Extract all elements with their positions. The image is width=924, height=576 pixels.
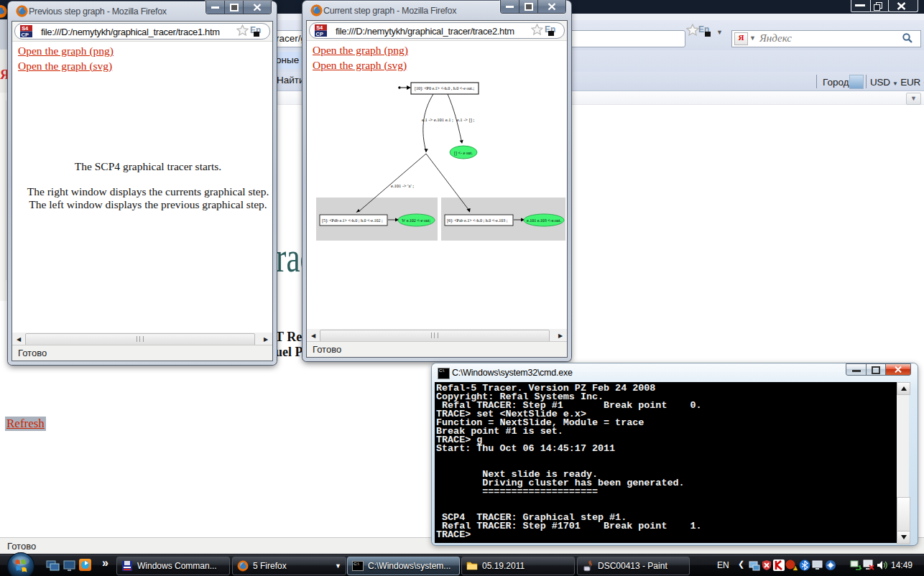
svg-text:[] <- e out.: [] <- e out. [454,151,473,156]
svg-text:CP: CP [22,32,29,37]
svg-text:e.101 -> 'a' ;: e.101 -> 'a' ; [391,183,414,188]
svg-text:CP: CP [316,31,323,37]
svg-text:[10]: <P0 e.1> <-h.0 , h.0 <-e: [10]: <P0 e.1> <-h.0 , h.0 <-e out.; [415,86,475,91]
svg-text:e.1 -> e.101 e.1 ; e.1 -> []: e.1 -> e.101 e.1 ; e.1 -> [] ; [422,117,475,123]
svg-text:[5]: <Pdb e.1> <-h.0 ; h.0 <-e: [5]: <Pdb e.1> <-h.0 ; h.0 <-e.102 ; [322,218,383,223]
svg-text:!: ! [794,566,795,570]
svg-text:[6]: <Pab e.1> <-h.0 ; h.0 <-e: [6]: <Pab e.1> <-h.0 ; h.0 <-e.103 ; [447,218,508,223]
svg-text:'b' e.102 <-e out;: 'b' e.102 <-e out; [402,218,431,223]
svg-text:e.101 e.103 <-e.out.: e.101 e.103 <-e.out. [527,218,562,223]
